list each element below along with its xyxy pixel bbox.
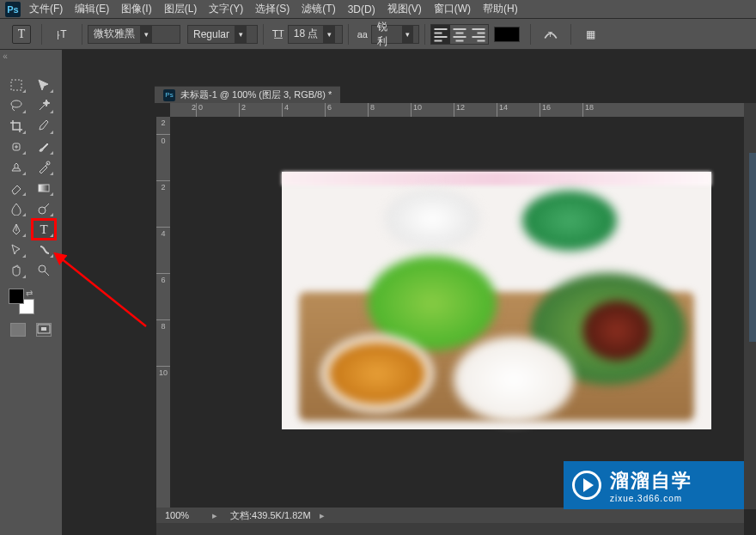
move-tool[interactable] — [33, 76, 55, 94]
antialias-value: 锐利 — [377, 20, 397, 49]
tool-preset-type-icon[interactable]: T — [12, 25, 31, 44]
watermark-badge: 溜溜自学 zixue.3d66.com — [564, 461, 744, 509]
menu-select[interactable]: 选择(S) — [255, 2, 290, 16]
warp-text-button[interactable]: T — [541, 25, 560, 44]
document-tab[interactable]: Ps 未标题-1 @ 100% (图层 3, RGB/8) * — [155, 86, 340, 103]
vertical-ruler[interactable]: 2 0 2 4 6 8 10 — [156, 117, 170, 509]
status-doc-size: 439.5K/1.82M — [252, 510, 311, 520]
font-style-value: Regular — [193, 28, 229, 40]
antialias-dropdown[interactable]: 锐利 ▾ — [371, 25, 419, 44]
path-selection-tool[interactable] — [5, 240, 27, 259]
screen-mode-button[interactable] — [36, 323, 52, 337]
marquee-tool[interactable] — [5, 76, 27, 94]
svg-rect-1 — [11, 80, 21, 90]
separator — [82, 24, 82, 45]
menu-file[interactable]: 文件(F) — [29, 2, 63, 16]
separator — [424, 24, 425, 45]
antialias-icon: aa — [357, 29, 368, 40]
options-bar: T ⸠T 微软雅黑 ▾ Regular ▾ T͟T 18 点 ▾ aa 锐利 ▾… — [0, 19, 756, 50]
menu-help[interactable]: 帮助(H) — [483, 2, 518, 16]
history-brush-tool[interactable] — [33, 158, 55, 177]
shape-tool[interactable] — [33, 240, 55, 259]
main-menu-bar: Ps 文件(F) 编辑(E) 图像(I) 图层(L) 文字(Y) 选择(S) 滤… — [0, 0, 756, 19]
font-size-value: 18 点 — [294, 27, 319, 41]
watermark-title: 溜溜自学 — [610, 468, 692, 494]
horizontal-ruler[interactable]: 2 0 2 4 6 8 10 12 14 16 18 — [170, 103, 744, 117]
zoom-menu-icon[interactable]: ▸ — [208, 510, 222, 521]
font-style-dropdown[interactable]: Regular ▾ — [187, 25, 258, 44]
document-tab-strip: Ps 未标题-1 @ 100% (图层 3, RGB/8) * — [155, 86, 340, 103]
menu-window[interactable]: 窗口(W) — [434, 2, 471, 16]
svg-text:T: T — [548, 30, 553, 39]
font-size-dropdown[interactable]: 18 点 ▾ — [288, 25, 343, 44]
font-family-value: 微软雅黑 — [94, 27, 135, 41]
standard-mode-button[interactable] — [10, 323, 26, 337]
svg-point-7 — [39, 265, 46, 272]
separator — [570, 24, 571, 45]
align-right-button[interactable] — [469, 25, 488, 44]
swap-colors-icon[interactable]: ⇄ — [26, 289, 33, 298]
separator — [530, 24, 531, 45]
menu-image[interactable]: 图像(I) — [121, 2, 151, 16]
svg-rect-5 — [39, 185, 49, 192]
pen-tool[interactable] — [5, 220, 27, 239]
brush-tool[interactable] — [33, 137, 55, 156]
magic-wand-tool[interactable] — [33, 96, 55, 115]
canvas-image — [282, 172, 711, 429]
play-icon — [572, 471, 601, 500]
menu-type[interactable]: 文字(Y) — [209, 2, 243, 16]
svg-rect-9 — [41, 327, 46, 331]
menu-filter[interactable]: 滤镜(T) — [302, 2, 335, 16]
text-align-group — [430, 24, 489, 45]
eraser-tool[interactable] — [5, 179, 27, 198]
canvas-viewport[interactable] — [170, 117, 744, 509]
clone-stamp-tool[interactable] — [5, 158, 27, 177]
panel-collapse-grip[interactable]: « — [0, 50, 10, 62]
zoom-level[interactable]: 100% — [156, 510, 208, 520]
status-doc-label: 文档: — [230, 510, 252, 520]
character-panel-button[interactable]: ▦ — [582, 25, 601, 44]
color-swatches[interactable]: ⇄ — [0, 289, 62, 316]
svg-point-2 — [11, 100, 21, 107]
menu-3d[interactable]: 3D(D) — [348, 3, 375, 15]
chevron-down-icon: ▾ — [140, 26, 152, 43]
document-area: Ps 未标题-1 @ 100% (图层 3, RGB/8) * 2 0 2 4 … — [62, 50, 756, 535]
eyedropper-tool[interactable] — [33, 117, 55, 136]
crop-tool[interactable] — [5, 117, 27, 136]
menu-layer[interactable]: 图层(L) — [164, 2, 198, 16]
healing-brush-tool[interactable] — [5, 137, 27, 156]
align-left-button[interactable] — [431, 25, 450, 44]
text-color-swatch[interactable] — [494, 27, 520, 42]
align-center-button[interactable] — [450, 25, 469, 44]
watermark-url: zixue.3d66.com — [610, 494, 692, 503]
separator — [348, 24, 349, 45]
chevron-down-icon: ▾ — [402, 26, 413, 43]
gradient-tool[interactable] — [33, 179, 55, 198]
separator — [41, 24, 42, 45]
font-size-icon: T͟T — [272, 28, 284, 40]
horizontal-scrollbar[interactable] — [156, 523, 744, 535]
lasso-tool[interactable] — [5, 96, 27, 115]
status-bar: 100% ▸ 文档:439.5K/1.82M ▸ — [156, 508, 744, 523]
foreground-color-swatch[interactable] — [9, 289, 24, 304]
blur-tool[interactable] — [5, 199, 27, 218]
text-orientation-button[interactable]: ⸠T — [52, 25, 71, 44]
app-logo-icon: Ps — [5, 2, 21, 17]
document-tab-title: 未标题-1 @ 100% (图层 3, RGB/8) * — [180, 88, 332, 101]
separator — [263, 24, 264, 45]
menu-edit[interactable]: 编辑(E) — [75, 2, 109, 16]
zoom-tool[interactable] — [33, 261, 55, 280]
menu-view[interactable]: 视图(V) — [387, 2, 422, 16]
tools-panel: T ⇄ — [0, 69, 62, 337]
dodge-tool[interactable] — [33, 199, 55, 218]
status-menu-icon[interactable]: ▸ — [320, 510, 325, 521]
ps-file-icon: Ps — [163, 89, 175, 101]
right-panel-dock[interactable] — [749, 153, 756, 342]
type-tool[interactable]: T — [33, 220, 55, 239]
chevron-down-icon: ▾ — [235, 26, 247, 43]
svg-point-6 — [39, 207, 46, 214]
hand-tool[interactable] — [5, 261, 27, 280]
chevron-down-icon: ▾ — [323, 26, 335, 43]
font-family-dropdown[interactable]: 微软雅黑 ▾ — [88, 25, 180, 44]
